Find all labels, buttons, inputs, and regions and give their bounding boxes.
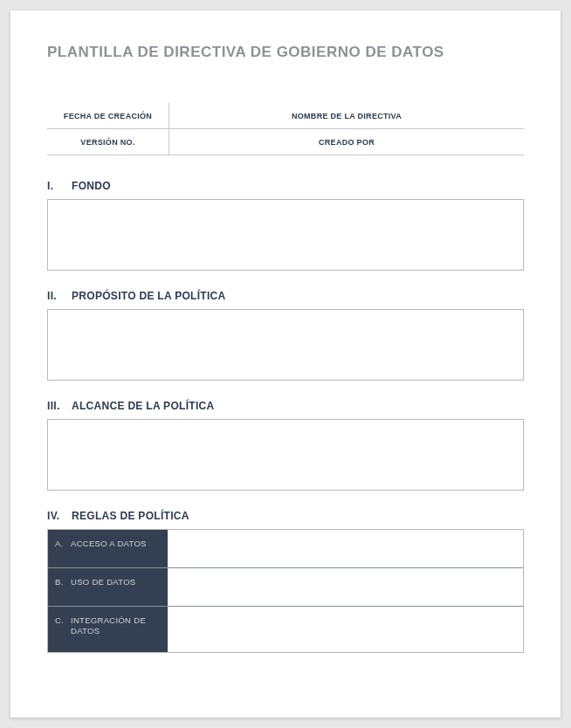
fondo-input-box[interactable]	[47, 199, 524, 271]
rules-label-uso: B. USO DE DATOS	[48, 568, 168, 606]
rule-text: ACCESO A DATOS	[71, 539, 161, 549]
meta-version-label: VERSIÓN NO.	[47, 129, 169, 155]
section-proposito: II. PROPÓSITO DE LA POLÍTICA	[47, 290, 524, 381]
rules-label-integracion: C. INTEGRACIÓN DE DATOS	[48, 607, 168, 652]
heading-num: II.	[47, 290, 72, 302]
rules-row-integracion: C. INTEGRACIÓN DE DATOS	[48, 607, 523, 652]
meta-fecha-creacion-label: FECHA DE CREACIÓN	[47, 103, 169, 128]
rules-table: A. ACCESO A DATOS B. USO DE DATOS C. INT…	[47, 529, 524, 653]
heading-label: PROPÓSITO DE LA POLÍTICA	[72, 290, 226, 302]
alcance-input-box[interactable]	[47, 419, 524, 491]
rule-text: INTEGRACIÓN DE DATOS	[71, 615, 161, 637]
heading-fondo: I. FONDO	[47, 180, 524, 192]
rules-row-acceso: A. ACCESO A DATOS	[48, 530, 523, 568]
heading-proposito: II. PROPÓSITO DE LA POLÍTICA	[47, 290, 524, 302]
rule-text: USO DE DATOS	[71, 577, 161, 587]
heading-num: IV.	[47, 510, 72, 522]
proposito-input-box[interactable]	[47, 309, 524, 381]
document-page: PLANTILLA DE DIRECTIVA DE GOBIERNO DE DA…	[10, 10, 561, 718]
section-reglas: IV. REGLAS DE POLÍTICA A. ACCESO A DATOS…	[47, 510, 524, 653]
heading-alcance: III. ALCANCE DE LA POLÍTICA	[47, 400, 524, 412]
heading-label: ALCANCE DE LA POLÍTICA	[72, 400, 215, 412]
rules-label-acceso: A. ACCESO A DATOS	[48, 530, 168, 567]
heading-label: FONDO	[72, 180, 111, 192]
rules-row-uso: B. USO DE DATOS	[48, 568, 523, 607]
rules-input-uso[interactable]	[168, 568, 523, 606]
meta-row-1: FECHA DE CREACIÓN NOMBRE DE LA DIRECTIVA	[47, 103, 524, 129]
page-title: PLANTILLA DE DIRECTIVA DE GOBIERNO DE DA…	[47, 44, 524, 61]
heading-num: III.	[47, 400, 72, 412]
heading-num: I.	[47, 180, 72, 192]
section-alcance: III. ALCANCE DE LA POLÍTICA	[47, 400, 524, 491]
meta-creado-por-label: CREADO POR	[169, 138, 524, 147]
rules-input-integracion[interactable]	[168, 607, 523, 652]
meta-nombre-directiva-label: NOMBRE DE LA DIRECTIVA	[169, 112, 524, 120]
meta-row-2: VERSIÓN NO. CREADO POR	[47, 129, 524, 155]
rule-letter: C.	[55, 615, 71, 625]
section-fondo: I. FONDO	[47, 180, 524, 271]
heading-label: REGLAS DE POLÍTICA	[72, 510, 189, 522]
heading-reglas: IV. REGLAS DE POLÍTICA	[47, 510, 524, 522]
rules-input-acceso[interactable]	[168, 530, 523, 567]
rule-letter: A.	[55, 539, 71, 548]
meta-table: FECHA DE CREACIÓN NOMBRE DE LA DIRECTIVA…	[47, 103, 524, 155]
rule-letter: B.	[55, 577, 71, 587]
